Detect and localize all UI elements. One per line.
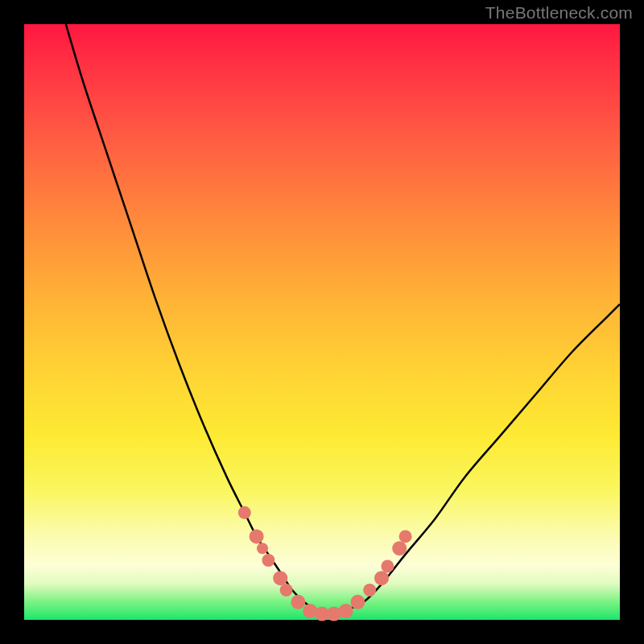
marker-point <box>339 604 353 618</box>
bottleneck-curve <box>66 24 620 615</box>
chart-plot-area <box>24 24 620 620</box>
marker-point <box>399 530 412 543</box>
marker-point <box>363 584 376 597</box>
marker-point <box>257 543 268 554</box>
marker-point <box>280 584 293 597</box>
marker-point <box>250 529 264 543</box>
chart-svg <box>24 24 620 620</box>
watermark-text: TheBottleneck.com <box>485 3 633 23</box>
marker-point <box>374 571 389 585</box>
marker-point <box>291 595 305 609</box>
marker-group <box>238 506 412 621</box>
marker-point <box>381 559 394 572</box>
marker-point <box>392 541 407 555</box>
marker-point <box>350 595 365 609</box>
marker-point <box>273 571 287 585</box>
marker-point <box>262 554 275 567</box>
marker-point <box>238 506 251 519</box>
